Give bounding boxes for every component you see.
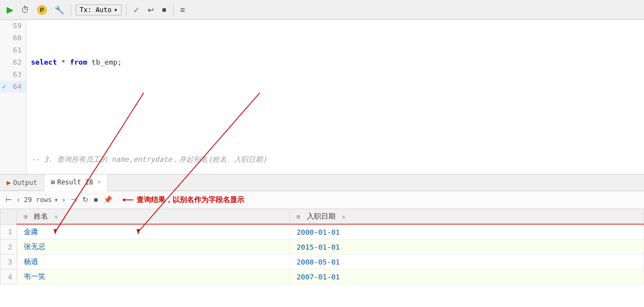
table-icon: ⊞: [51, 174, 55, 190]
rows-info: 29 rows ▾: [24, 196, 58, 204]
undo-button[interactable]: ↩: [145, 4, 156, 15]
pin-button[interactable]: 📌: [102, 194, 113, 205]
table-cell: 2008-05-01: [290, 255, 643, 269]
nav-next-button[interactable]: ›: [61, 194, 66, 205]
line-num-60: 60: [0, 32, 26, 44]
tab-output[interactable]: ▶ Output: [0, 174, 44, 191]
table-cell: 2000-01-01: [290, 224, 643, 240]
line-numbers: 59 60 61 62 63 ✓ 64: [0, 20, 27, 174]
col-icon-name: ⊞: [24, 213, 28, 220]
close-tab-icon[interactable]: ×: [97, 174, 101, 190]
stop-result-icon: ■: [94, 195, 98, 204]
code-content[interactable]: select * from tb_emp; -- 3. 查询所有员工的 name…: [27, 20, 644, 174]
table-cell: 金庸: [17, 224, 290, 240]
sort-icon-date[interactable]: ⇅: [342, 214, 345, 220]
table-cell: 2015-01-01: [290, 240, 643, 255]
svg-marker-1: [122, 198, 125, 202]
check-icon: ✓: [133, 6, 140, 14]
check-button[interactable]: ✓: [131, 4, 142, 15]
chevron-down-icon: ▾: [114, 6, 118, 14]
toolbar-divider: [71, 4, 71, 15]
nav-first-icon: ⊢: [6, 195, 12, 204]
line-num-62: 62: [0, 56, 26, 68]
code-line-59: select * from tb_emp;: [31, 56, 640, 68]
refresh-icon: ↻: [82, 195, 88, 204]
grid-icon: ≡: [180, 5, 185, 14]
line-num-59: 59: [0, 20, 26, 32]
col-icon-date: ⊞: [297, 213, 301, 220]
wrench-button[interactable]: 🔧: [53, 4, 66, 15]
line-num-64: ✓ 64: [0, 81, 26, 93]
nav-last-button[interactable]: ⊣: [70, 194, 78, 205]
line-num-63: 63: [0, 68, 26, 81]
stop-result-button[interactable]: ■: [93, 194, 100, 205]
table-cell: 2007-01-01: [290, 269, 643, 284]
pin-icon: 📌: [103, 195, 112, 204]
undo-icon: ↩: [148, 6, 154, 14]
run-button[interactable]: ▶: [4, 3, 15, 16]
result-toolbar: ⊢ ‹ 29 rows ▾ › ⊣ ↻ ■ 📌: [0, 191, 644, 209]
clock-button[interactable]: ⏱: [19, 4, 32, 15]
row-number: 2: [1, 240, 17, 255]
p-icon: P: [37, 5, 47, 15]
grid-button[interactable]: ≡: [178, 4, 187, 15]
output-icon: ▶: [7, 174, 11, 191]
panel-tabs: ▶ Output ⊞ Result 28 ×: [0, 174, 644, 191]
wrench-icon: 🔧: [55, 6, 64, 14]
nav-last-icon: ⊣: [71, 195, 77, 204]
play-icon: ▶: [7, 4, 13, 15]
line-num-61: 61: [0, 44, 26, 56]
tx-label: Tx: Auto: [80, 6, 112, 14]
row-number: 3: [1, 255, 17, 269]
toolbar-divider3: [173, 4, 174, 15]
tx-dropdown[interactable]: Tx: Auto ▾: [76, 4, 122, 15]
table-row: 1金庸2000-01-01: [1, 224, 644, 240]
col-name-label: 姓名: [34, 212, 48, 220]
col-header-name: ⊞ 姓名 ⇅: [17, 209, 290, 225]
row-num-header: [1, 209, 17, 225]
stop-button[interactable]: ■: [160, 4, 169, 15]
rows-count: 29 rows: [24, 196, 52, 204]
code-line-60: [31, 105, 640, 117]
nav-next-icon: ›: [62, 195, 65, 204]
result-table: ⊞ 姓名 ⇅ ⊞ 入职日期 ⇅ 1金庸2000-01-012张无忌2015-01…: [0, 209, 644, 284]
table-cell: 张无忌: [17, 240, 290, 255]
col-date-label: 入职日期: [307, 212, 336, 220]
table-row: 2张无忌2015-01-01: [1, 240, 644, 255]
clock-icon: ⏱: [21, 5, 29, 14]
bottom-panel: ▶ Output ⊞ Result 28 × ⊢ ‹ 29 rows ▾ ›: [0, 174, 644, 307]
editor-area: 59 60 61 62 63 ✓ 64 select * from tb_emp…: [0, 20, 644, 174]
annotation-text: 查询结果，以别名作为字段名显示: [137, 195, 244, 205]
table-cell: 韦一笑: [17, 269, 290, 284]
stop-icon: ■: [162, 6, 166, 14]
result-table-wrapper[interactable]: ⊞ 姓名 ⇅ ⊞ 入职日期 ⇅ 1金庸2000-01-012张无忌2015-01…: [0, 209, 644, 307]
active-check-icon: ✓: [2, 81, 6, 93]
code-line-61: -- 3. 查询所有员工的 name,entrydate，并起别名(姓名、入职日…: [31, 154, 640, 166]
row-number: 1: [1, 224, 17, 240]
col-header-date: ⊞ 入职日期 ⇅: [290, 209, 643, 225]
refresh-button[interactable]: ↻: [81, 194, 90, 205]
sort-icon-name[interactable]: ⇅: [55, 214, 58, 220]
rows-dropdown[interactable]: ▾: [54, 196, 58, 204]
nav-prev-button[interactable]: ‹: [16, 194, 20, 205]
result-annotation: 查询结果，以别名作为字段名显示: [121, 195, 244, 205]
tab-result-label: Result 28: [57, 174, 93, 190]
row-number: 4: [1, 269, 17, 284]
tab-output-label: Output: [13, 174, 37, 191]
nav-first-button[interactable]: ⊢: [4, 194, 13, 205]
arrow-left-icon: [121, 195, 134, 204]
kw-select: select: [31, 56, 57, 68]
table-row: 3杨逍2008-05-01: [1, 255, 644, 269]
toolbar-divider2: [126, 4, 127, 15]
table-row: 4韦一笑2007-01-01: [1, 269, 644, 284]
nav-prev-icon: ‹: [17, 195, 19, 204]
editor-toolbar: ▶ ⏱ P 🔧 Tx: Auto ▾ ✓ ↩ ■ ≡: [0, 0, 644, 20]
p-button[interactable]: P: [35, 4, 49, 16]
table-cell: 杨逍: [17, 255, 290, 269]
tab-result[interactable]: ⊞ Result 28 ×: [44, 174, 108, 191]
